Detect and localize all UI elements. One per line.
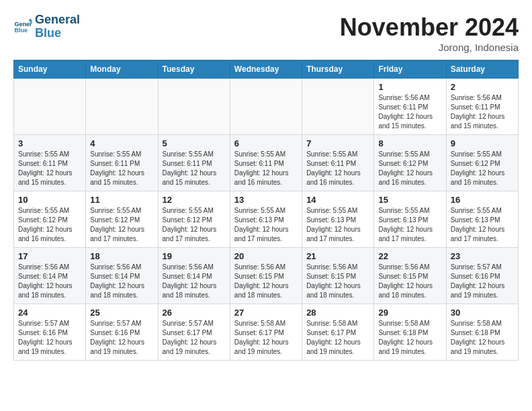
day-info: Sunrise: 5:58 AM Sunset: 6:18 PM Dayligh… xyxy=(378,319,441,357)
day-info: Sunrise: 5:55 AM Sunset: 6:11 PM Dayligh… xyxy=(18,150,81,187)
day-cell: 7Sunrise: 5:55 AM Sunset: 6:11 PM Daylig… xyxy=(302,135,374,191)
day-cell: 13Sunrise: 5:55 AM Sunset: 6:13 PM Dayli… xyxy=(230,191,302,248)
day-cell: 18Sunrise: 5:56 AM Sunset: 6:14 PM Dayli… xyxy=(86,248,158,304)
day-info: Sunrise: 5:55 AM Sunset: 6:11 PM Dayligh… xyxy=(234,150,298,187)
day-info: Sunrise: 5:58 AM Sunset: 6:18 PM Dayligh… xyxy=(451,319,514,357)
day-number: 28 xyxy=(306,308,369,318)
day-number: 17 xyxy=(18,251,81,261)
day-info: Sunrise: 5:58 AM Sunset: 6:17 PM Dayligh… xyxy=(306,319,369,357)
col-header-saturday: Saturday xyxy=(446,60,518,79)
day-cell: 21Sunrise: 5:56 AM Sunset: 6:15 PM Dayli… xyxy=(302,248,374,304)
day-number: 26 xyxy=(163,308,226,318)
day-cell xyxy=(302,79,374,135)
day-cell xyxy=(230,79,302,135)
logo: General Blue General Blue xyxy=(13,13,80,40)
day-info: Sunrise: 5:57 AM Sunset: 6:16 PM Dayligh… xyxy=(451,263,514,300)
day-info: Sunrise: 5:58 AM Sunset: 6:17 PM Dayligh… xyxy=(234,319,298,357)
day-number: 4 xyxy=(90,138,153,148)
day-cell: 15Sunrise: 5:55 AM Sunset: 6:13 PM Dayli… xyxy=(374,191,446,248)
day-number: 9 xyxy=(451,138,514,148)
week-row-3: 10Sunrise: 5:55 AM Sunset: 6:12 PM Dayli… xyxy=(14,191,519,248)
svg-text:Blue: Blue xyxy=(14,27,28,34)
col-header-tuesday: Tuesday xyxy=(158,60,230,79)
calendar-header: SundayMondayTuesdayWednesdayThursdayFrid… xyxy=(14,60,519,79)
day-number: 1 xyxy=(378,82,441,92)
day-cell: 30Sunrise: 5:58 AM Sunset: 6:18 PM Dayli… xyxy=(446,304,518,361)
logo-line1: General xyxy=(35,13,80,27)
day-number: 27 xyxy=(234,308,298,318)
day-cell: 4Sunrise: 5:55 AM Sunset: 6:11 PM Daylig… xyxy=(86,135,158,191)
day-info: Sunrise: 5:57 AM Sunset: 6:17 PM Dayligh… xyxy=(163,319,226,357)
page-header: General Blue General Blue November 2024 … xyxy=(13,13,519,53)
day-number: 2 xyxy=(451,82,514,92)
day-cell: 16Sunrise: 5:55 AM Sunset: 6:13 PM Dayli… xyxy=(446,191,518,248)
calendar-body: 1Sunrise: 5:56 AM Sunset: 6:11 PM Daylig… xyxy=(14,79,519,361)
title-block: November 2024 Jorong, Indonesia xyxy=(340,13,519,53)
day-number: 24 xyxy=(18,308,81,318)
calendar-table: SundayMondayTuesdayWednesdayThursdayFrid… xyxy=(13,60,519,361)
day-info: Sunrise: 5:55 AM Sunset: 6:11 PM Dayligh… xyxy=(306,150,369,187)
day-info: Sunrise: 5:55 AM Sunset: 6:13 PM Dayligh… xyxy=(306,206,369,244)
day-info: Sunrise: 5:55 AM Sunset: 6:12 PM Dayligh… xyxy=(163,206,226,244)
col-header-wednesday: Wednesday xyxy=(230,60,302,79)
day-number: 13 xyxy=(234,195,298,205)
day-number: 10 xyxy=(18,195,81,205)
day-number: 29 xyxy=(378,308,441,318)
day-cell: 12Sunrise: 5:55 AM Sunset: 6:12 PM Dayli… xyxy=(158,191,230,248)
month-title: November 2024 xyxy=(340,13,519,42)
day-cell xyxy=(86,79,158,135)
day-cell: 8Sunrise: 5:55 AM Sunset: 6:12 PM Daylig… xyxy=(374,135,446,191)
day-number: 22 xyxy=(378,251,441,261)
day-info: Sunrise: 5:55 AM Sunset: 6:13 PM Dayligh… xyxy=(234,206,298,244)
day-number: 11 xyxy=(90,195,153,205)
day-info: Sunrise: 5:57 AM Sunset: 6:16 PM Dayligh… xyxy=(90,319,153,357)
day-info: Sunrise: 5:56 AM Sunset: 6:11 PM Dayligh… xyxy=(378,93,441,131)
day-info: Sunrise: 5:55 AM Sunset: 6:12 PM Dayligh… xyxy=(378,150,441,187)
day-cell: 20Sunrise: 5:56 AM Sunset: 6:15 PM Dayli… xyxy=(230,248,302,304)
day-info: Sunrise: 5:55 AM Sunset: 6:12 PM Dayligh… xyxy=(451,150,514,187)
col-header-monday: Monday xyxy=(86,60,158,79)
location-subtitle: Jorong, Indonesia xyxy=(340,42,519,53)
day-number: 8 xyxy=(378,138,441,148)
day-cell: 28Sunrise: 5:58 AM Sunset: 6:17 PM Dayli… xyxy=(302,304,374,361)
day-number: 19 xyxy=(163,251,226,261)
day-cell: 19Sunrise: 5:56 AM Sunset: 6:14 PM Dayli… xyxy=(158,248,230,304)
day-number: 23 xyxy=(451,251,514,261)
week-row-2: 3Sunrise: 5:55 AM Sunset: 6:11 PM Daylig… xyxy=(14,135,519,191)
day-info: Sunrise: 5:56 AM Sunset: 6:15 PM Dayligh… xyxy=(378,263,441,300)
day-cell xyxy=(158,79,230,135)
day-info: Sunrise: 5:57 AM Sunset: 6:16 PM Dayligh… xyxy=(18,319,81,357)
day-info: Sunrise: 5:55 AM Sunset: 6:12 PM Dayligh… xyxy=(18,206,81,244)
header-row: SundayMondayTuesdayWednesdayThursdayFrid… xyxy=(14,60,519,79)
day-number: 25 xyxy=(90,308,153,318)
week-row-5: 24Sunrise: 5:57 AM Sunset: 6:16 PM Dayli… xyxy=(14,304,519,361)
day-info: Sunrise: 5:55 AM Sunset: 6:13 PM Dayligh… xyxy=(378,206,441,244)
day-cell: 6Sunrise: 5:55 AM Sunset: 6:11 PM Daylig… xyxy=(230,135,302,191)
day-number: 18 xyxy=(90,251,153,261)
day-info: Sunrise: 5:56 AM Sunset: 6:15 PM Dayligh… xyxy=(306,263,369,300)
day-cell: 5Sunrise: 5:55 AM Sunset: 6:11 PM Daylig… xyxy=(158,135,230,191)
logo-line2: Blue xyxy=(35,27,80,40)
svg-text:General: General xyxy=(14,20,32,27)
col-header-thursday: Thursday xyxy=(302,60,374,79)
col-header-sunday: Sunday xyxy=(14,60,86,79)
day-cell: 22Sunrise: 5:56 AM Sunset: 6:15 PM Dayli… xyxy=(374,248,446,304)
day-number: 16 xyxy=(451,195,514,205)
day-cell: 23Sunrise: 5:57 AM Sunset: 6:16 PM Dayli… xyxy=(446,248,518,304)
day-number: 6 xyxy=(234,138,298,148)
week-row-1: 1Sunrise: 5:56 AM Sunset: 6:11 PM Daylig… xyxy=(14,79,519,135)
day-cell: 9Sunrise: 5:55 AM Sunset: 6:12 PM Daylig… xyxy=(446,135,518,191)
day-info: Sunrise: 5:55 AM Sunset: 6:13 PM Dayligh… xyxy=(451,206,514,244)
day-cell: 11Sunrise: 5:55 AM Sunset: 6:12 PM Dayli… xyxy=(86,191,158,248)
week-row-4: 17Sunrise: 5:56 AM Sunset: 6:14 PM Dayli… xyxy=(14,248,519,304)
logo-icon: General Blue xyxy=(13,17,32,36)
day-number: 14 xyxy=(306,195,369,205)
day-info: Sunrise: 5:56 AM Sunset: 6:15 PM Dayligh… xyxy=(234,263,298,300)
day-cell: 10Sunrise: 5:55 AM Sunset: 6:12 PM Dayli… xyxy=(14,191,86,248)
day-cell: 1Sunrise: 5:56 AM Sunset: 6:11 PM Daylig… xyxy=(374,79,446,135)
day-number: 30 xyxy=(451,308,514,318)
day-number: 12 xyxy=(163,195,226,205)
logo-text: General Blue xyxy=(35,13,80,40)
day-number: 5 xyxy=(163,138,226,148)
day-info: Sunrise: 5:56 AM Sunset: 6:14 PM Dayligh… xyxy=(18,263,81,300)
